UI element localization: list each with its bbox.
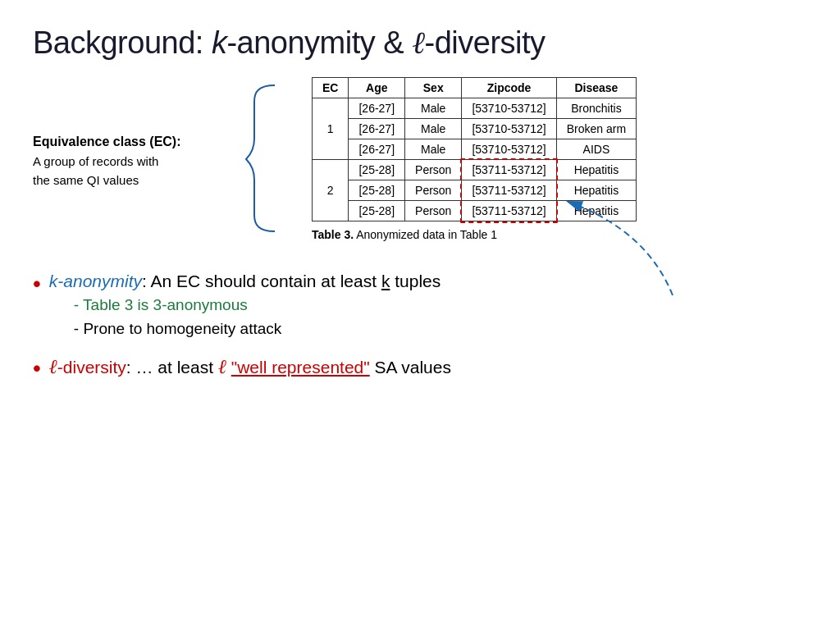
sex-cell: Person — [405, 201, 462, 221]
k-anonymity-bullet: • k-anonymity: An EC should contain at l… — [33, 269, 807, 340]
bullet-dot-1: • — [33, 267, 41, 299]
col-header-ec: EC — [313, 78, 349, 98]
table-caption: Table 3. Anonymized data in Table 1 — [312, 228, 497, 241]
ell-diversity-bullet: • ℓ-diversity: … at least ℓ "well repres… — [33, 354, 807, 384]
zip-cell: [53710-53712] — [462, 139, 556, 160]
disease-cell: Broken arm — [556, 119, 636, 139]
anon-text: : An EC should contain at least — [142, 272, 381, 290]
table-row: [25-28]Person[53711-53712]Hepatitis — [313, 201, 637, 221]
table-row: 1[26-27]Male[53710-53712]Bronchitis — [313, 98, 637, 119]
desc-line2: the same QI values — [33, 173, 139, 187]
age-cell: [26-27] — [349, 119, 405, 139]
well-repr: "well represented" — [231, 358, 370, 377]
age-cell: [26-27] — [349, 139, 405, 160]
table-wrapper: EC Age Sex Zipcode Disease 1[26-27]Male[… — [312, 77, 637, 228]
k-term: k-anonymity — [49, 272, 142, 290]
table-row: [25-28]Person[53711-53712]Hepatitis — [313, 180, 637, 201]
col-header-disease: Disease — [556, 78, 636, 98]
table-row: [26-27]Male[53710-53712]Broken arm — [313, 119, 637, 139]
zip-cell: [53710-53712] — [462, 119, 556, 139]
sub-bullet-2: - Prone to homogeneity attack — [74, 318, 441, 340]
disease-cell: Hepatitis — [556, 160, 636, 180]
disease-cell: Bronchitis — [556, 98, 636, 119]
sub-bullet-1: - Table 3 is 3-anonymous — [74, 294, 441, 317]
title-ell: ℓ — [412, 25, 424, 60]
sex-cell: Person — [405, 180, 462, 201]
col-header-zipcode: Zipcode — [462, 78, 556, 98]
ec-cell: 1 — [313, 98, 349, 160]
zip-cell: [53711-53712] — [462, 160, 556, 180]
caption-bold: Table 3. — [312, 228, 354, 241]
sex-cell: Male — [405, 119, 462, 139]
bullet-dot-2: • — [33, 352, 41, 384]
zip-cell: [53710-53712] — [462, 98, 556, 119]
k-anonymity-text: k-anonymity: An EC should contain at lea… — [49, 269, 441, 340]
ec-cell: 2 — [313, 160, 349, 221]
zip-cell: [53711-53712] — [462, 201, 556, 221]
title-suffix: -diversity — [425, 25, 546, 60]
bottom-section: • k-anonymity: An EC should contain at l… — [33, 269, 807, 384]
right-panel: EC Age Sex Zipcode Disease 1[26-27]Male[… — [287, 77, 807, 254]
title-middle: -anonymity & — [226, 25, 412, 60]
age-cell: [25-28] — [349, 201, 405, 221]
table-row: 2[25-28]Person[53711-53712]Hepatitis — [313, 160, 637, 180]
anon-text2: tuples — [390, 272, 441, 290]
k-italic: k — [49, 272, 58, 290]
title-k: k — [212, 25, 227, 60]
div-text: : … at least — [126, 358, 218, 377]
caption-text: Anonymized data in Table 1 — [354, 228, 497, 241]
sex-cell: Male — [405, 98, 462, 119]
col-header-age: Age — [349, 78, 405, 98]
content-area: Equivalence class (EC): A group of recor… — [33, 77, 807, 254]
sex-cell: Male — [405, 139, 462, 160]
age-cell: [25-28] — [349, 160, 405, 180]
braces-svg — [242, 77, 291, 258]
age-cell: [25-28] — [349, 180, 405, 201]
title-prefix: Background: — [33, 25, 212, 60]
sex-cell: Person — [405, 160, 462, 180]
ell-diversity-text: ℓ-diversity: … at least ℓ "well represen… — [49, 354, 451, 381]
zip-cell: [53711-53712] — [462, 180, 556, 201]
age-cell: [26-27] — [349, 98, 405, 119]
col-header-sex: Sex — [405, 78, 462, 98]
page-title: Background: k-anonymity & ℓ-diversity — [33, 25, 807, 61]
disease-cell: Hepatitis — [556, 180, 636, 201]
disease-cell: Hepatitis — [556, 201, 636, 221]
ell-term: ℓ — [49, 356, 57, 377]
desc-line1: A group of records with — [33, 154, 158, 168]
anon-label: -anonymity — [57, 272, 142, 290]
table-row: [26-27]Male[53710-53712]AIDS — [313, 139, 637, 160]
disease-cell: AIDS — [556, 139, 636, 160]
ell-mid: ℓ — [218, 356, 226, 377]
left-panel: Equivalence class (EC): A group of recor… — [33, 77, 287, 254]
data-table: EC Age Sex Zipcode Disease 1[26-27]Male[… — [312, 77, 637, 221]
k-underlined: k — [381, 272, 390, 290]
div-label: -diversity — [57, 358, 126, 377]
div-text3: SA values — [370, 358, 451, 377]
